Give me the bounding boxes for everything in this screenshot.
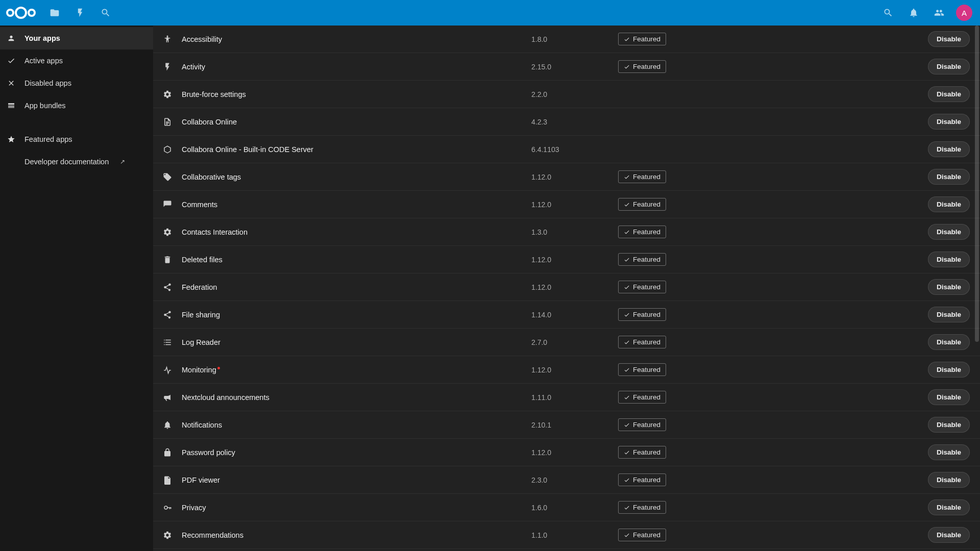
app-version: 1.14.0 [531, 311, 618, 319]
app-row[interactable]: Collabora Online - Built-in CODE Server6… [153, 136, 980, 163]
disable-button[interactable]: Disable [928, 196, 970, 212]
scrollbar[interactable] [975, 26, 979, 551]
app-row[interactable]: Nextcloud announcements1.11.0FeaturedDis… [153, 384, 980, 411]
app-featured-cell: Featured [618, 391, 838, 404]
star-icon [7, 135, 15, 143]
app-actions: Disable [838, 224, 970, 240]
app-row[interactable]: Collaborative tags1.12.0FeaturedDisable [153, 163, 980, 191]
header-left [5, 0, 118, 26]
app-row[interactable]: Password policy1.12.0FeaturedDisable [153, 439, 980, 466]
app-row[interactable]: Activity2.15.0FeaturedDisable [153, 53, 980, 81]
disable-button[interactable]: Disable [928, 31, 970, 47]
app-featured-cell: Featured [618, 198, 838, 211]
app-row[interactable]: File sharing1.14.0FeaturedDisable [153, 301, 980, 329]
pulse-icon [162, 365, 173, 375]
doc-icon [162, 117, 173, 127]
notifications-icon[interactable] [901, 0, 926, 26]
app-actions: Disable [838, 472, 970, 488]
search-nav-icon[interactable] [93, 0, 118, 26]
logo[interactable] [5, 4, 37, 21]
sidebar-item-active-apps[interactable]: Active apps [0, 49, 153, 72]
app-row[interactable]: Deleted files1.12.0FeaturedDisable [153, 246, 980, 273]
featured-badge: Featured [618, 473, 666, 486]
app-row[interactable]: Recommendations1.1.0FeaturedDisable [153, 521, 980, 549]
disable-button[interactable]: Disable [928, 527, 970, 543]
sidebar-item-developer-docs[interactable]: Developer documentation↗ [0, 151, 153, 173]
app-row[interactable]: Log Reader2.7.0FeaturedDisable [153, 329, 980, 356]
app-actions: Disable [838, 279, 970, 295]
disable-button[interactable]: Disable [928, 86, 970, 102]
app-actions: Disable [838, 141, 970, 157]
app-row[interactable]: Monitoring1.12.0FeaturedDisable [153, 356, 980, 384]
disable-button[interactable]: Disable [928, 141, 970, 157]
app-row[interactable]: Federation1.12.0FeaturedDisable [153, 273, 980, 301]
app-row[interactable]: PDF viewer2.3.0FeaturedDisable [153, 466, 980, 494]
app-row[interactable]: Notifications2.10.1FeaturedDisable [153, 411, 980, 439]
sidebar-item-label: Active apps [24, 57, 63, 65]
bell-icon [162, 420, 173, 430]
app-version: 6.4.1103 [531, 145, 618, 154]
comment-icon [162, 199, 173, 210]
sidebar-item-label: Developer documentation [24, 158, 109, 166]
app-name: Collabora Online [182, 118, 531, 126]
app-featured-cell: Featured [618, 336, 838, 348]
disable-button[interactable]: Disable [928, 417, 970, 433]
activity-icon[interactable] [67, 0, 93, 26]
app-name: Log Reader [182, 338, 531, 346]
disable-button[interactable]: Disable [928, 114, 970, 130]
app-actions: Disable [838, 307, 970, 322]
gear-icon [162, 89, 173, 99]
disable-button[interactable]: Disable [928, 59, 970, 74]
app-row[interactable]: Accessibility1.8.0FeaturedDisable [153, 26, 980, 53]
app-name: Privacy [182, 504, 531, 512]
app-version: 1.12.0 [531, 448, 618, 457]
disable-button[interactable]: Disable [928, 279, 970, 295]
files-icon[interactable] [42, 0, 67, 26]
featured-badge: Featured [618, 446, 666, 459]
app-actions: Disable [838, 86, 970, 102]
app-featured-cell: Featured [618, 60, 838, 73]
app-row[interactable]: Collabora Online4.2.3Disable [153, 108, 980, 136]
tag-icon [162, 172, 173, 182]
app-row[interactable]: Comments1.12.0FeaturedDisable [153, 191, 980, 218]
disable-button[interactable]: Disable [928, 307, 970, 322]
app-name: Activity [182, 63, 531, 71]
app-row[interactable]: Contacts Interaction1.3.0FeaturedDisable [153, 218, 980, 246]
share-icon [162, 310, 173, 320]
header-right: A [875, 0, 975, 26]
app-version: 1.6.0 [531, 504, 618, 512]
app-name: PDF viewer [182, 476, 531, 484]
sidebar-item-disabled-apps[interactable]: Disabled apps [0, 72, 153, 94]
sidebar-item-label: Featured apps [24, 135, 72, 143]
sidebar-item-app-bundles[interactable]: App bundles [0, 94, 153, 117]
disable-button[interactable]: Disable [928, 252, 970, 267]
app-name: Collaborative tags [182, 173, 531, 181]
app-featured-cell: Featured [618, 308, 838, 321]
app-actions: Disable [838, 527, 970, 543]
scrollbar-thumb[interactable] [975, 26, 979, 342]
sidebar-item-your-apps[interactable]: Your apps [0, 27, 153, 49]
disable-button[interactable]: Disable [928, 334, 970, 350]
pdf-icon [162, 475, 173, 485]
disable-button[interactable]: Disable [928, 472, 970, 488]
megaphone-icon [162, 392, 173, 403]
disable-button[interactable]: Disable [928, 224, 970, 240]
avatar[interactable]: A [956, 5, 972, 21]
app-version: 1.12.0 [531, 256, 618, 264]
disable-button[interactable]: Disable [928, 444, 970, 460]
app-featured-cell: Featured [618, 226, 838, 238]
disable-button[interactable]: Disable [928, 362, 970, 378]
featured-badge: Featured [618, 33, 666, 45]
app-name: Password policy [182, 448, 531, 457]
app-actions: Disable [838, 196, 970, 212]
disable-button[interactable]: Disable [928, 389, 970, 405]
app-row[interactable]: Brute-force settings2.2.0Disable [153, 81, 980, 108]
sidebar-item-featured-apps[interactable]: Featured apps [0, 128, 153, 151]
contacts-icon[interactable] [926, 0, 952, 26]
app-row[interactable]: Privacy1.6.0FeaturedDisable [153, 494, 980, 521]
sidebar-item-label: Your apps [24, 34, 60, 42]
search-icon[interactable] [875, 0, 901, 26]
disable-button[interactable]: Disable [928, 169, 970, 185]
app-version: 1.12.0 [531, 283, 618, 291]
disable-button[interactable]: Disable [928, 499, 970, 515]
